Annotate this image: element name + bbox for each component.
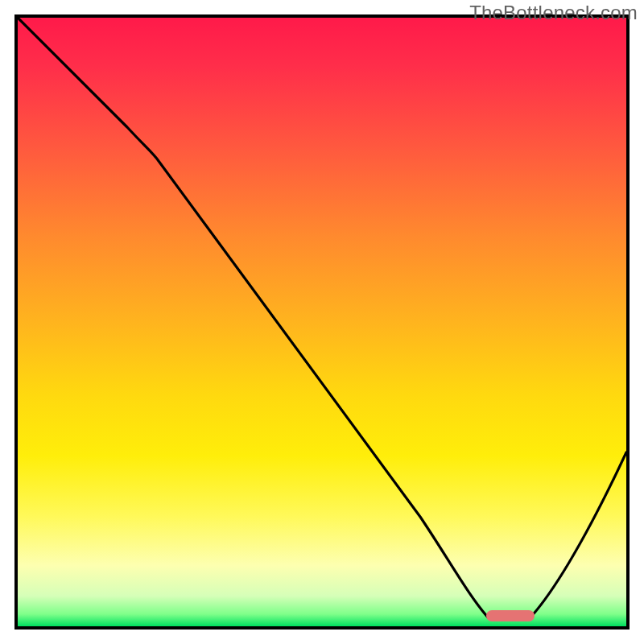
bottleneck-curve-path (18, 18, 626, 618)
chart-container: TheBottleneck.com (0, 0, 644, 644)
optimal-range-marker (486, 610, 535, 621)
plot-area (14, 14, 630, 630)
line-curve (18, 18, 626, 626)
watermark-text: TheBottleneck.com (469, 2, 638, 24)
